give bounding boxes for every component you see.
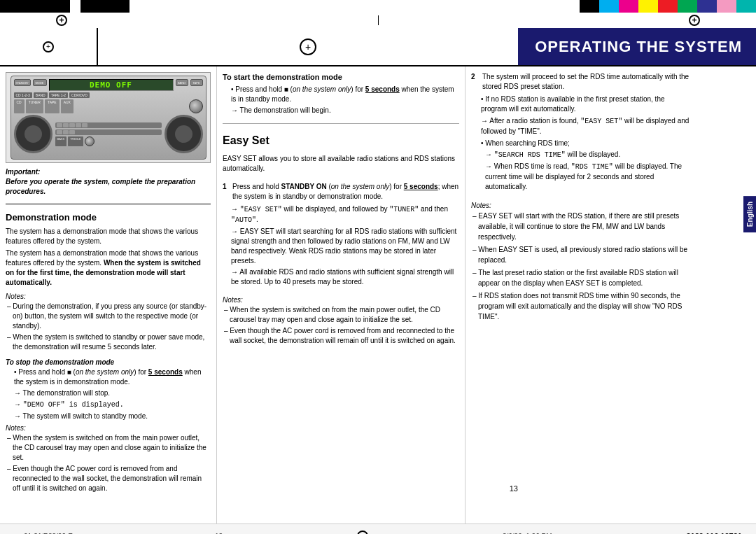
important-label: Important: bbox=[6, 168, 40, 176]
demo-title: Demonstration mode bbox=[6, 211, 211, 224]
easy-set-desc: EASY SET allows you to store all availab… bbox=[223, 154, 459, 174]
start-demo-section: To start the demonstration mode Press an… bbox=[223, 72, 459, 117]
mid-note-2: Even though the AC power cord is removed… bbox=[223, 326, 459, 346]
bass-treble-row: BASS TREBLE bbox=[55, 136, 162, 146]
mid-notes: Notes: When the system is switched on fr… bbox=[223, 295, 459, 347]
strip-btn-6 bbox=[57, 130, 62, 134]
page-num-right: 13 bbox=[510, 484, 518, 494]
step-1-section: 1 Press and hold STANDBY ON (on the syst… bbox=[223, 182, 459, 288]
swatch-cyan bbox=[599, 0, 619, 13]
swatch-yellow bbox=[638, 0, 658, 13]
extra-btn2: TAPE bbox=[190, 79, 203, 86]
band-label: BAND bbox=[34, 92, 48, 98]
stereo-device: STANDBY MODE DEMO OFF BAND TAPE CD 1-2-3… bbox=[10, 76, 206, 160]
step-2-section: 2 The system will proceed to set the RDS… bbox=[471, 72, 690, 192]
cd-label: CD 1-2-3 bbox=[14, 92, 32, 98]
controls-strip-1 bbox=[55, 122, 162, 128]
tape-label: TAPE 1-2 bbox=[49, 92, 68, 98]
speaker-left bbox=[14, 115, 52, 153]
search-rds-arrow: → "SEARCH RDS TIME" will be displayed. bbox=[471, 150, 690, 160]
strip-btn-7 bbox=[63, 130, 69, 134]
step1-arrow-3: All available RDS and radio stations wit… bbox=[223, 267, 459, 287]
right-notes-label: Notes: bbox=[471, 202, 491, 209]
step1-arrow-1: "EASY SET" will be displayed, and follow… bbox=[223, 204, 459, 225]
stop-note-2: Even though the AC power cord is removed… bbox=[6, 464, 211, 493]
stop-arrow-3: The system will switch to standby mode. bbox=[6, 412, 211, 421]
right-note-3: The last preset radio station or the fir… bbox=[471, 267, 690, 288]
strip-btn-8 bbox=[69, 130, 75, 134]
stereo-source-row: CD TUNER TAPE AUX bbox=[14, 99, 203, 113]
page-header: + + OPERATING THE SYSTEM bbox=[0, 28, 756, 66]
middle-column: To start the demonstration mode Press an… bbox=[217, 66, 465, 524]
speaker-inner-right bbox=[175, 125, 192, 143]
easy-set-title: Easy Set bbox=[223, 134, 459, 147]
page-footer: pg 01-31/P88/22-Eng 13 + 3/6/00, 1:26 PM… bbox=[0, 524, 756, 534]
start-demo-title: To start the demonstration mode bbox=[223, 72, 459, 83]
swatch-green bbox=[678, 0, 697, 13]
white-gap bbox=[70, 0, 80, 13]
right-notes: Notes: EASY SET will start with the RDS … bbox=[471, 200, 690, 324]
stop-arrow-1: The demonstration will stop. bbox=[6, 388, 211, 398]
treble-label: TREBLE bbox=[68, 136, 83, 146]
notes-label: Notes: bbox=[6, 293, 26, 300]
black-bar-left bbox=[0, 0, 70, 13]
right-notes-list: EASY SET will start with the RDS station… bbox=[471, 211, 690, 322]
stereo-cd-row: CD 1-2-3 BAND TAPE 1-2 CDR/DVD bbox=[14, 92, 203, 98]
stereo-display: DEMO OFF bbox=[49, 79, 174, 91]
after-radio-found: → After a radio station is found, "EASY … bbox=[471, 116, 690, 136]
strip-btn-3 bbox=[69, 123, 75, 127]
white-fill bbox=[130, 0, 580, 13]
swatch-pink bbox=[717, 0, 736, 13]
demo-note-1: During the demonstration, if you press a… bbox=[6, 302, 211, 331]
demo-note-2: When the system is switched to standby o… bbox=[6, 332, 211, 352]
swatch-blue bbox=[697, 0, 717, 13]
right-column: 2 The system will proceed to set the RDS… bbox=[465, 66, 695, 524]
important-text: Before you operate the system, complete … bbox=[6, 178, 195, 195]
demo-bold-text: The system has a demonstration mode that… bbox=[6, 248, 211, 288]
page-title: OPERATING THE SYSTEM bbox=[535, 38, 742, 56]
device-image: STANDBY MODE DEMO OFF BAND TAPE CD 1-2-3… bbox=[6, 72, 211, 163]
tuner-src: TUNER bbox=[26, 99, 43, 113]
speaker-right bbox=[164, 115, 203, 153]
footer-center-crosshair: + bbox=[357, 531, 368, 534]
searching-rds-bullet: When searching RDS time; bbox=[471, 139, 690, 148]
step-1-num: 1 bbox=[223, 182, 230, 202]
divider-2 bbox=[223, 123, 459, 124]
demo-notes-list: During the demonstration, if you press a… bbox=[6, 302, 211, 352]
header-title-area: OPERATING THE SYSTEM bbox=[518, 28, 756, 65]
controls-strip-2 bbox=[55, 129, 162, 135]
demo-desc: The system has a demonstration mode that… bbox=[6, 227, 211, 246]
left-column: STANDBY MODE DEMO OFF BAND TAPE CD 1-2-3… bbox=[0, 66, 217, 524]
strip-btn-5 bbox=[82, 123, 88, 127]
extra-btn1: BAND bbox=[176, 79, 188, 86]
swatch-magenta bbox=[619, 0, 638, 13]
speaker-inner-left bbox=[24, 125, 42, 143]
volume-knob bbox=[189, 99, 203, 113]
stereo-top-buttons: STANDBY MODE DEMO OFF BAND TAPE bbox=[14, 79, 203, 91]
stop-demo-bullet: Press and hold ■ (on the system only) fo… bbox=[6, 367, 211, 387]
aux-src: AUX bbox=[61, 99, 74, 113]
swatch-teal bbox=[736, 0, 756, 13]
right-note-1: EASY SET will start with the RDS station… bbox=[471, 211, 690, 242]
strip-btn-1 bbox=[57, 123, 62, 127]
step-1-item: 1 Press and hold STANDBY ON (on the syst… bbox=[223, 182, 459, 202]
start-demo-bullet: Press and hold ■ (on the system only) fo… bbox=[223, 85, 459, 104]
strip-btn-4 bbox=[76, 123, 81, 127]
color-bar bbox=[0, 0, 756, 13]
demo-notes: Notes: During the demonstration, if you … bbox=[6, 292, 211, 353]
black-bar-mid bbox=[80, 0, 130, 13]
strip-btn-2 bbox=[63, 123, 69, 127]
rds-time-read: → When RDS time is read, "RDS TIME" will… bbox=[471, 162, 690, 192]
step-1-text: Press and hold STANDBY ON (on the system… bbox=[232, 182, 459, 202]
center-crosshair-icon: + bbox=[300, 38, 316, 55]
header-logo-area: + bbox=[0, 28, 98, 65]
mode-btn: MODE bbox=[33, 79, 47, 86]
standby-btn: STANDBY bbox=[14, 79, 31, 86]
step-2-text: The system will proceed to set the RDS t… bbox=[482, 72, 690, 92]
tape-src: TAPE bbox=[45, 99, 59, 113]
step-2-item: 2 The system will proceed to set the RDS… bbox=[471, 72, 690, 92]
step-2-num: 2 bbox=[471, 72, 479, 92]
color-swatches bbox=[580, 0, 756, 13]
step1-arrow-2: EASY SET will start searching for all RD… bbox=[223, 227, 459, 266]
swatch-black bbox=[580, 0, 599, 13]
